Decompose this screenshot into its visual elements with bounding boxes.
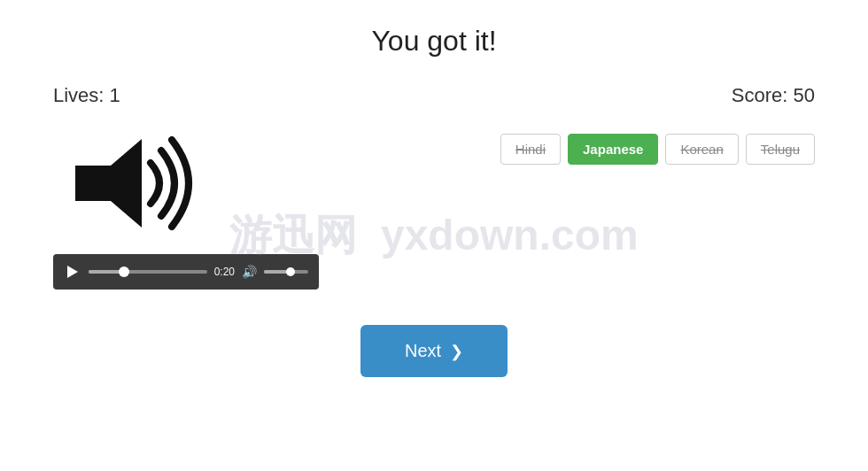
next-button[interactable]: Next ❯ — [360, 325, 508, 377]
play-icon — [67, 266, 78, 278]
time-display: 0:20 — [214, 266, 235, 278]
lang-btn-hindi[interactable]: Hindi — [500, 134, 561, 165]
left-section: Lives: 1 0:20 🔊 — [53, 84, 319, 290]
lives-display: Lives: 1 — [53, 84, 120, 107]
chevron-right-icon: ❯ — [450, 342, 463, 361]
lang-btn-telugu[interactable]: Telugu — [746, 134, 815, 165]
volume-thumb — [286, 267, 295, 276]
audio-player: 0:20 🔊 — [53, 254, 319, 290]
progress-bar[interactable] — [89, 270, 207, 274]
volume-icon: 🔊 — [242, 265, 257, 279]
svg-marker-0 — [75, 139, 142, 228]
game-area: Lives: 1 0:20 🔊 — [0, 84, 868, 290]
next-button-container: Next ❯ — [360, 325, 508, 377]
progress-thumb — [119, 266, 129, 277]
lang-btn-japanese[interactable]: Japanese — [568, 134, 658, 165]
score-display: Score: 50 — [732, 84, 815, 107]
page-title: You got it! — [371, 25, 496, 58]
next-label: Next — [405, 341, 441, 361]
language-options: HindiJapaneseKoreanTelugu — [500, 134, 815, 165]
speaker-icon — [53, 121, 213, 245]
volume-bar[interactable] — [264, 270, 308, 274]
right-section: Score: 50 HindiJapaneseKoreanTelugu — [500, 84, 815, 165]
lang-btn-korean[interactable]: Korean — [665, 134, 738, 165]
play-button[interactable] — [64, 263, 81, 281]
